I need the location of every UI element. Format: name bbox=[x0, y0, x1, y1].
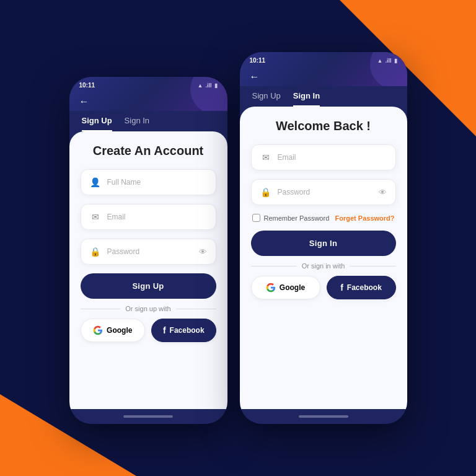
right-google-label: Google bbox=[280, 283, 305, 292]
phones-container: 10:11 ▲ .ill ▮ ← Sign Up Sign In Create … bbox=[69, 52, 407, 424]
left-password-field[interactable]: 🔒 Password 👁 bbox=[81, 239, 216, 265]
left-email-field[interactable]: ✉ Email bbox=[81, 204, 216, 230]
right-email-field[interactable]: ✉ Email bbox=[251, 144, 396, 170]
right-status-icons: ▲ .ill ▮ bbox=[377, 58, 397, 64]
right-status-bar: 10:11 ▲ .ill ▮ bbox=[240, 52, 407, 66]
right-divider-line-right bbox=[350, 266, 395, 267]
fullname-field[interactable]: 👤 Full Name bbox=[81, 169, 216, 195]
remember-checkbox[interactable] bbox=[252, 214, 260, 222]
left-phone: 10:11 ▲ .ill ▮ ← Sign Up Sign In Create … bbox=[69, 77, 227, 424]
right-email-icon: ✉ bbox=[260, 152, 271, 162]
email-icon: ✉ bbox=[90, 212, 101, 222]
right-divider-text: Or sign in with bbox=[302, 262, 345, 270]
google-icon bbox=[93, 325, 103, 335]
signup-button[interactable]: Sign Up bbox=[81, 273, 216, 299]
signin-button[interactable]: Sign In bbox=[251, 231, 396, 256]
right-social-buttons: Google f Facebook bbox=[251, 276, 396, 299]
remember-row: Remember Password Forget Password? bbox=[251, 214, 396, 222]
fullname-placeholder: Full Name bbox=[107, 178, 207, 187]
remember-left: Remember Password bbox=[252, 214, 330, 222]
right-google-button[interactable]: Google bbox=[251, 276, 320, 299]
left-tab-signup[interactable]: Sign Up bbox=[82, 116, 112, 131]
left-divider: Or sign up with bbox=[81, 305, 216, 312]
right-phone-content: Welcome Back ! ✉ Email 🔒 Password 👁 Reme… bbox=[240, 107, 407, 409]
left-phone-bottom bbox=[69, 409, 227, 424]
remember-label: Remember Password bbox=[264, 214, 330, 222]
right-phone-bottom bbox=[240, 409, 407, 424]
left-screen-title: Create An Account bbox=[81, 144, 216, 158]
right-back-button[interactable]: ← bbox=[240, 66, 407, 86]
left-email-placeholder: Email bbox=[107, 213, 207, 221]
right-screen-title: Welcome Back ! bbox=[251, 119, 396, 133]
left-password-placeholder: Password bbox=[107, 247, 193, 256]
right-divider: Or sign in with bbox=[251, 262, 396, 270]
right-tab-signin[interactable]: Sign In bbox=[293, 91, 320, 107]
divider-line-right bbox=[176, 309, 216, 309]
right-tab-signup[interactable]: Sign Up bbox=[252, 91, 281, 107]
right-divider-line-left bbox=[251, 266, 297, 267]
left-facebook-button[interactable]: f Facebook bbox=[151, 319, 216, 342]
right-facebook-button[interactable]: f Facebook bbox=[327, 276, 396, 299]
left-time: 10:11 bbox=[79, 82, 95, 89]
right-home-indicator bbox=[299, 415, 348, 418]
eye-icon[interactable]: 👁 bbox=[199, 247, 207, 257]
lock-icon: 🔒 bbox=[90, 247, 101, 257]
right-time: 10:11 bbox=[250, 57, 266, 64]
left-tab-signin[interactable]: Sign In bbox=[125, 116, 149, 131]
right-password-placeholder: Password bbox=[278, 188, 372, 196]
left-google-label: Google bbox=[107, 326, 132, 335]
right-facebook-label: Facebook bbox=[347, 283, 382, 292]
right-tab-bar: Sign Up Sign In bbox=[240, 86, 407, 107]
left-status-bar: 10:11 ▲ .ill ▮ bbox=[69, 77, 227, 91]
left-phone-content: Create An Account 👤 Full Name ✉ Email 🔒 … bbox=[69, 131, 227, 409]
forget-password-link[interactable]: Forget Password? bbox=[335, 214, 395, 222]
facebook-icon: f bbox=[163, 325, 166, 335]
right-lock-icon: 🔒 bbox=[260, 187, 271, 197]
right-google-icon bbox=[266, 283, 276, 293]
left-google-button[interactable]: Google bbox=[81, 319, 146, 342]
left-divider-text: Or sign up with bbox=[125, 305, 170, 312]
divider-line-left bbox=[81, 309, 121, 309]
right-facebook-icon: f bbox=[340, 283, 343, 293]
right-phone: 10:11 ▲ .ill ▮ ← Sign Up Sign In Welcome… bbox=[240, 52, 407, 424]
right-phone-header-deco: 10:11 ▲ .ill ▮ ← bbox=[240, 52, 407, 86]
right-password-field[interactable]: 🔒 Password 👁 bbox=[251, 179, 396, 205]
left-back-button[interactable]: ← bbox=[69, 91, 227, 111]
left-phone-header-deco: 10:11 ▲ .ill ▮ ← bbox=[69, 77, 227, 111]
right-email-placeholder: Email bbox=[278, 153, 387, 162]
left-home-indicator bbox=[123, 415, 173, 418]
left-tab-bar: Sign Up Sign In bbox=[69, 111, 227, 131]
left-social-buttons: Google f Facebook bbox=[81, 319, 216, 342]
left-status-icons: ▲ .ill ▮ bbox=[198, 82, 218, 89]
right-eye-icon[interactable]: 👁 bbox=[379, 188, 387, 197]
left-facebook-label: Facebook bbox=[170, 326, 205, 335]
person-icon: 👤 bbox=[90, 177, 101, 187]
